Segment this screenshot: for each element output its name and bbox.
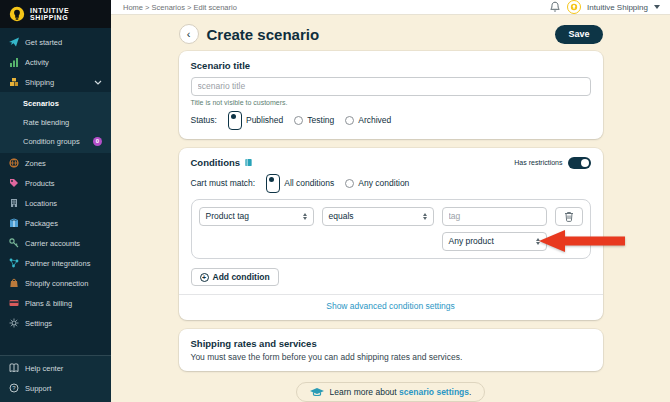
learn-more-banner: Learn more about scenario settings. [296, 382, 486, 402]
network-nodes-icon [9, 258, 19, 268]
radio-icon [345, 179, 354, 188]
svg-text:?: ? [12, 385, 16, 391]
sidebar-item-scenarios[interactable]: Scenarios [0, 94, 111, 113]
sidebar-item-rate-blending[interactable]: Rate blending [0, 113, 111, 132]
brand-logo[interactable]: INTUITIVE SHIPPING [0, 0, 111, 28]
status-label: Status: [191, 115, 217, 125]
shopping-bag-icon [9, 278, 19, 288]
key-icon [9, 238, 19, 248]
sidebar-item-shipping[interactable]: Shipping [0, 72, 111, 92]
building-icon [9, 198, 19, 208]
scenario-title-card: Scenario title Title is not visible to c… [179, 51, 603, 139]
scenario-settings-link[interactable]: scenario settings [399, 387, 469, 397]
sidebar-item-get-started[interactable]: Get started [0, 32, 111, 52]
select-caret-icon [303, 213, 307, 220]
chevron-down-icon [94, 80, 102, 85]
status-radio-testing[interactable]: Testing [294, 115, 334, 125]
title-helper-text: Title is not visible to customers. [191, 99, 591, 106]
match-radio-all[interactable]: All conditions [266, 174, 334, 193]
banner-text: Learn more about scenario settings. [330, 387, 472, 397]
rates-body-text: You must save the form before you can ad… [191, 352, 591, 362]
plus-circle-icon: + [200, 273, 209, 282]
rates-title: Shipping rates and services [191, 338, 591, 349]
delete-condition-button[interactable] [555, 207, 583, 226]
back-button[interactable]: ‹ [179, 24, 199, 44]
radio-selected-icon [228, 111, 242, 130]
add-condition-button[interactable]: + Add condition [191, 268, 279, 286]
match-radio-any[interactable]: Any condition [345, 178, 409, 188]
sidebar-item-support[interactable]: ? Support [0, 378, 111, 398]
main-area: Home > Scenarios > Edit scenario Intuiti… [111, 0, 670, 402]
sidebar-item-help-center[interactable]: Help center [0, 358, 111, 378]
sidebar-item-carrier-accounts[interactable]: Carrier accounts [0, 233, 111, 253]
bar-chart-icon [9, 57, 19, 67]
divider [179, 294, 603, 295]
bell-icon[interactable] [549, 1, 561, 13]
graduation-cap-icon [310, 387, 324, 397]
sidebar-item-activity[interactable]: Activity [0, 52, 111, 72]
question-circle-icon: ? [9, 383, 19, 393]
condition-operator-select[interactable]: equals [322, 207, 434, 226]
condition-group-box: Product tag equals [191, 199, 591, 259]
sidebar-item-plans-billing[interactable]: Plans & billing [0, 293, 111, 313]
product-scope-wrap: Any product [442, 232, 547, 251]
page-header: ‹ Create scenario Save [179, 24, 603, 44]
open-book-icon [9, 363, 19, 373]
sidebar-item-condition-groups[interactable]: Condition groups 0 [0, 132, 111, 151]
status-radio-archived[interactable]: Archived [345, 115, 391, 125]
globe-icon [9, 158, 19, 168]
condition-value-input[interactable] [442, 207, 547, 226]
sidebar-item-zones[interactable]: Zones [0, 153, 111, 173]
manual-book-icon[interactable] [244, 158, 253, 167]
sidebar-item-packages[interactable]: Packages [0, 213, 111, 233]
save-button[interactable]: Save [555, 25, 602, 44]
gear-icon [9, 318, 19, 328]
scenario-title-input[interactable] [191, 77, 591, 96]
sidebar: INTUITIVE SHIPPING Get started Activity … [0, 0, 111, 402]
count-badge: 0 [93, 137, 102, 146]
avatar[interactable] [567, 0, 581, 14]
price-tag-icon [9, 178, 19, 188]
breadcrumb[interactable]: Home > Scenarios > Edit scenario [123, 3, 237, 12]
scenario-title-label: Scenario title [191, 60, 591, 71]
package-icon [9, 218, 19, 228]
conditions-card: Conditions Has restrictions Cart must ma… [179, 148, 603, 321]
annotation-arrow [539, 229, 625, 253]
radio-icon [345, 116, 354, 125]
sidebar-item-locations[interactable]: Locations [0, 193, 111, 213]
trash-icon [564, 211, 574, 222]
status-row: Status: Published Testing Archived [191, 111, 591, 130]
sidebar-nav: Get started Activity Shipping Scenarios … [0, 28, 111, 355]
sidebar-item-shopify-connection[interactable]: Shopify connection [0, 273, 111, 293]
page-content: ‹ Create scenario Save Scenario title Ti… [111, 15, 670, 402]
lightbulb-logo-icon [8, 5, 26, 23]
topbar: Home > Scenarios > Edit scenario Intuiti… [111, 0, 670, 15]
has-restrictions-label: Has restrictions [514, 159, 562, 166]
status-radio-published[interactable]: Published [228, 111, 283, 130]
select-caret-icon [423, 213, 427, 220]
sidebar-item-settings[interactable]: Settings [0, 313, 111, 333]
account-menu: Intuitive Shipping [549, 0, 660, 14]
shipping-submenu: Scenarios Rate blending Condition groups… [0, 92, 111, 153]
app-window: INTUITIVE SHIPPING Get started Activity … [0, 0, 670, 402]
shipping-rates-card: Shipping rates and services You must sav… [179, 329, 603, 371]
cart-match-label: Cart must match: [191, 178, 256, 188]
condition-field-select[interactable]: Product tag [199, 207, 314, 226]
product-scope-select[interactable]: Any product [442, 232, 547, 251]
advanced-settings-link[interactable]: Show advanced condition settings [191, 301, 591, 311]
has-restrictions-control: Has restrictions [514, 157, 590, 169]
sidebar-item-partner-integrations[interactable]: Partner integrations [0, 253, 111, 273]
has-restrictions-toggle[interactable] [568, 157, 591, 169]
caret-down-icon [654, 5, 660, 9]
account-name[interactable]: Intuitive Shipping [587, 3, 648, 12]
paper-plane-icon [9, 37, 19, 47]
cart-match-row: Cart must match: All conditions Any cond… [191, 174, 591, 193]
radio-icon [294, 116, 303, 125]
page-title: Create scenario [207, 26, 548, 43]
credit-card-icon [9, 298, 19, 308]
sidebar-footer: Help center ? Support [0, 355, 111, 402]
conditions-header: Conditions Has restrictions [191, 157, 591, 169]
conditions-title: Conditions [191, 157, 254, 168]
sidebar-item-products[interactable]: Products [0, 173, 111, 193]
brand-name: INTUITIVE SHIPPING [30, 7, 69, 22]
